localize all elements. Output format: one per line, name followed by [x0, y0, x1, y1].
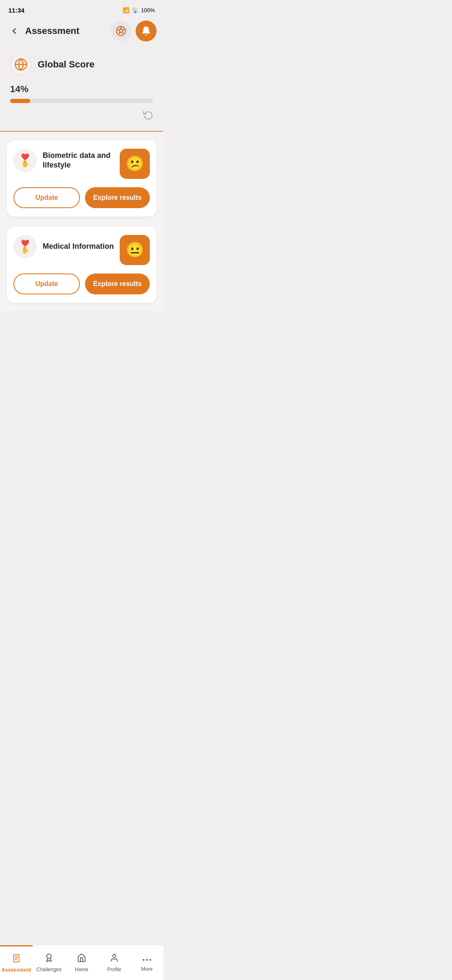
globe-icon [10, 54, 32, 75]
biometric-explore-button[interactable]: Explore results [85, 187, 150, 208]
medical-score-badge: 😐 [120, 235, 150, 265]
page-title: Assessment [25, 26, 80, 36]
status-bar: 11:34 📶 📡 100% [0, 0, 163, 18]
battery-icon: 100% [141, 7, 155, 13]
biometric-card: ❤️ ✋ Biometric data and lifestyle 😕 Upda… [7, 140, 157, 217]
medical-card-buttons: Update Explore results [13, 273, 150, 294]
score-percent: 14% [10, 84, 153, 95]
global-score-title: Global Score [38, 59, 95, 70]
wifi-icon: 📶 [123, 7, 129, 13]
refresh-row [10, 110, 153, 122]
header-actions [110, 21, 157, 41]
status-time: 11:34 [8, 7, 24, 14]
bell-button[interactable] [136, 21, 157, 41]
back-button[interactable] [7, 23, 22, 39]
status-icons: 📶 📡 100% [123, 7, 155, 13]
biometric-emoji: 😕 [126, 155, 144, 173]
global-score-section: Global Score 14% [0, 44, 163, 131]
card-icon-title-biometric: ❤️ ✋ Biometric data and lifestyle [13, 149, 115, 172]
biometric-update-button[interactable]: Update [13, 187, 80, 208]
signal-icon: 📡 [132, 7, 139, 13]
global-score-label-row: Global Score [10, 54, 153, 75]
medical-emoji: 😐 [126, 241, 144, 259]
header: Assessment [0, 18, 163, 44]
biometric-card-title: Biometric data and lifestyle [43, 151, 115, 170]
medical-update-button[interactable]: Update [13, 273, 80, 294]
section-divider [0, 131, 163, 132]
medical-explore-button[interactable]: Explore results [85, 273, 150, 294]
svg-marker-1 [118, 27, 124, 34]
medical-card-title: Medical Information [43, 242, 115, 251]
card-top-medical: ❤️ ✋ Medical Information 😐 [13, 235, 150, 265]
refresh-icon[interactable] [143, 110, 153, 122]
card-icon-title-medical: ❤️ ✋ Medical Information [13, 235, 115, 258]
medical-icon: ❤️ ✋ [13, 235, 37, 258]
biometric-icon: ❤️ ✋ [13, 149, 37, 172]
reward-button[interactable] [110, 21, 131, 41]
biometric-score-badge: 😕 [120, 149, 150, 179]
medical-card: ❤️ ✋ Medical Information 😐 Update Explor… [7, 227, 157, 303]
cards-container: ❤️ ✋ Biometric data and lifestyle 😕 Upda… [0, 132, 163, 311]
card-top-biometric: ❤️ ✋ Biometric data and lifestyle 😕 [13, 149, 150, 179]
biometric-card-buttons: Update Explore results [13, 187, 150, 208]
progress-bar-background [10, 99, 153, 103]
progress-bar-fill [10, 99, 30, 103]
